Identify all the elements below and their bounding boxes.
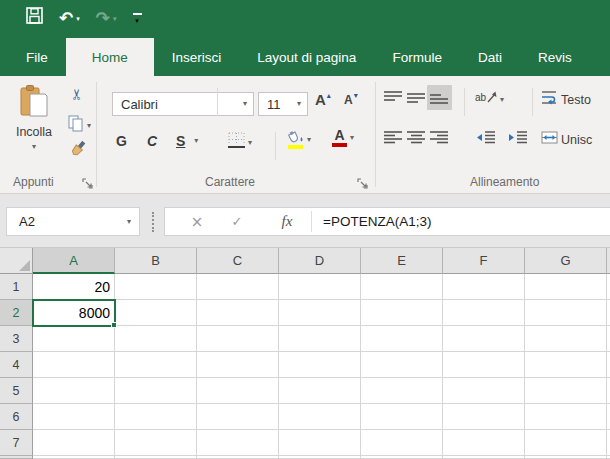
cell-E7[interactable] [361,430,443,456]
cell-B5[interactable] [115,378,197,404]
cell-E4[interactable] [361,352,443,378]
cell-G7[interactable] [525,430,607,456]
align-middle-button[interactable] [407,90,426,109]
format-painter-button[interactable] [69,140,87,162]
enter-button[interactable]: ✓ [223,208,251,235]
align-bottom-button[interactable] [430,90,449,109]
cell-F2[interactable] [443,300,525,326]
cell-B1[interactable] [115,274,197,300]
row-header-6[interactable]: 6 [0,404,33,430]
font-dialog-launcher[interactable] [357,175,369,187]
align-right-button[interactable] [430,130,449,149]
paste-button[interactable]: Incolla ▾ [6,84,62,170]
cell-D1[interactable] [279,274,361,300]
cell-D6[interactable] [279,404,361,430]
borders-button[interactable]: ▾ [228,132,252,153]
cell-A3[interactable] [33,326,115,352]
row-header-1[interactable]: 1 [0,274,33,300]
redo-button[interactable]: ↷ ▾ [96,9,117,27]
cell-E1[interactable] [361,274,443,300]
underline-dropdown-icon[interactable]: ▾ [194,137,198,145]
cell-F1[interactable] [443,274,525,300]
align-center-button[interactable] [407,130,426,149]
cell-C3[interactable] [197,326,279,352]
cell-A4[interactable] [33,352,115,378]
cell-C7[interactable] [197,430,279,456]
row-header-4[interactable]: 4 [0,352,33,378]
insert-function-button[interactable]: fx [273,208,301,235]
increase-indent-button[interactable] [508,130,528,149]
fill-color-button[interactable]: ▾ [286,131,311,149]
fill-color-dropdown-icon[interactable]: ▾ [307,136,311,144]
cell-G5[interactable] [525,378,607,404]
cell-D5[interactable] [279,378,361,404]
cell-G2[interactable] [525,300,607,326]
cell-B7[interactable] [115,430,197,456]
column-header-A[interactable]: A [33,248,115,274]
cell-F5[interactable] [443,378,525,404]
cell-C6[interactable] [197,404,279,430]
undo-button[interactable]: ↶ ▾ [59,9,80,27]
borders-dropdown-icon[interactable]: ▾ [248,139,252,147]
italic-button[interactable]: C [147,133,157,149]
cell-F6[interactable] [443,404,525,430]
decrease-indent-button[interactable] [476,130,496,149]
underline-button[interactable]: S ▾ [176,133,198,149]
cell-C4[interactable] [197,352,279,378]
cell-C2[interactable] [197,300,279,326]
cell-B4[interactable] [115,352,197,378]
cell-F3[interactable] [443,326,525,352]
paste-dropdown-icon[interactable]: ▾ [32,143,36,151]
row-header-7[interactable]: 7 [0,430,33,456]
tab-dati[interactable]: Dati [460,38,520,76]
name-box-dropdown-icon[interactable]: ▾ [127,218,131,226]
cell-D4[interactable] [279,352,361,378]
undo-dropdown-icon[interactable]: ▾ [76,14,80,24]
cell-D7[interactable] [279,430,361,456]
clipboard-dialog-launcher[interactable] [82,175,94,187]
copy-dropdown-icon[interactable]: ▾ [87,122,91,130]
font-size-combo[interactable]: 11 ▾ [258,92,308,116]
cell-G1[interactable] [525,274,607,300]
cell-F7[interactable] [443,430,525,456]
tab-inserisci[interactable]: Inserisci [154,38,240,76]
tab-home[interactable]: Home [66,38,154,76]
cell-C1[interactable] [197,274,279,300]
cell-B3[interactable] [115,326,197,352]
row-header-5[interactable]: 5 [0,378,33,404]
cell-E2[interactable] [361,300,443,326]
column-header-B[interactable]: B [115,248,197,274]
cell-A7[interactable] [33,430,115,456]
align-top-button[interactable] [384,90,403,109]
align-left-button[interactable] [384,130,403,149]
row-header-3[interactable]: 3 [0,326,33,352]
cut-button[interactable]: ✂ [71,87,84,101]
save-button[interactable] [26,7,43,28]
cell-G3[interactable] [525,326,607,352]
cell-D2[interactable] [279,300,361,326]
cell-E3[interactable] [361,326,443,352]
formula-bar-resize-handle[interactable] [152,212,154,232]
font-name-combo[interactable]: Calibri ▾ [112,92,254,116]
merge-center-button[interactable]: Unisc [541,130,592,149]
column-header-C[interactable]: C [197,248,279,274]
decrease-font-button[interactable]: A▾ [344,93,358,107]
cell-E6[interactable] [361,404,443,430]
customize-quick-access-button[interactable]: ▾ [133,13,142,26]
tab-revisione[interactable]: Revis [520,38,590,76]
increase-font-button[interactable]: A▴ [315,93,331,107]
cell-D3[interactable] [279,326,361,352]
fill-handle[interactable] [111,322,117,328]
column-header-E[interactable]: E [361,248,443,274]
cell-C5[interactable] [197,378,279,404]
column-header-G[interactable]: G [525,248,607,274]
cell-B2[interactable] [115,300,197,326]
column-header-F[interactable]: F [443,248,525,274]
cell-B6[interactable] [115,404,197,430]
orientation-button[interactable]: ab ▾ [475,89,504,110]
tab-formule[interactable]: Formule [374,38,460,76]
cell-A2-active[interactable]: 8000 [33,300,115,326]
cell-E5[interactable] [361,378,443,404]
tab-layout-di-pagina[interactable]: Layout di pagina [239,38,374,76]
cell-A6[interactable] [33,404,115,430]
